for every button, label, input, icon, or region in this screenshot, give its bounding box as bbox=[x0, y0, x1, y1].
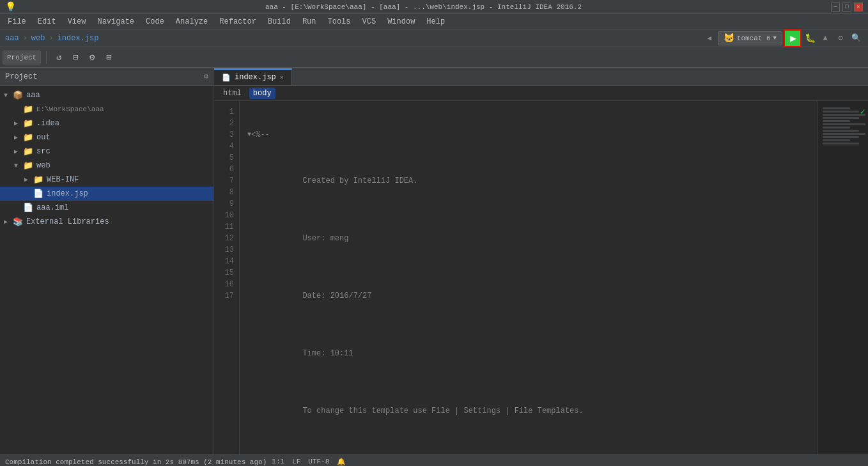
maximize-button[interactable]: □ bbox=[842, 3, 851, 12]
expand-arrow-idea[interactable]: ▶ bbox=[14, 120, 22, 127]
nav-bar: aaa › web › index.jsp ◀ 🐱 tomcat 6 ▼ ▶ 🐛… bbox=[0, 29, 868, 47]
folder-icon-src: 📁 bbox=[23, 146, 33, 157]
code-line-7: --%> bbox=[247, 451, 809, 454]
search-everywhere-icon[interactable]: 🔍 bbox=[849, 31, 863, 45]
tree-label-aaaiml: aaa.iml bbox=[36, 203, 68, 212]
expand-arrow-src[interactable]: ▶ bbox=[14, 148, 22, 155]
close-button[interactable]: ✕ bbox=[854, 3, 863, 12]
gear-icon[interactable]: ⚙ bbox=[204, 72, 208, 81]
line-num-15: 15 bbox=[214, 267, 239, 279]
tree-label-idea: .idea bbox=[36, 119, 59, 128]
code-line-2: Created by IntelliJ IDEA. bbox=[247, 164, 809, 198]
run-button[interactable]: ▶ bbox=[784, 29, 802, 47]
extlib-icon: 📚 bbox=[13, 217, 23, 227]
menu-build[interactable]: Build bbox=[263, 16, 296, 27]
line-num-13: 13 bbox=[214, 244, 239, 256]
tab-close-button[interactable]: ✕ bbox=[280, 74, 284, 81]
menu-run[interactable]: Run bbox=[297, 16, 322, 27]
separator-1 bbox=[46, 51, 47, 64]
line-num-11: 11 bbox=[214, 221, 239, 233]
run-config-selector[interactable]: 🐱 tomcat 6 ▼ bbox=[718, 31, 782, 45]
status-right: 1:1 LF UTF-8 🔔 bbox=[272, 458, 346, 466]
window-controls: — □ ✕ bbox=[831, 3, 863, 12]
line-num-2: 2 bbox=[214, 118, 239, 129]
tree-item-extlibs[interactable]: ▶ 📚 External Libraries bbox=[0, 215, 213, 229]
tree-item-src[interactable]: ▶ 📁 src bbox=[0, 144, 213, 159]
tab-indexjsp[interactable]: 📄 index.jsp ✕ bbox=[214, 68, 292, 85]
tree-label-extlibs: External Libraries bbox=[26, 217, 109, 226]
expand-icon[interactable]: ⊞ bbox=[102, 50, 116, 65]
debug-button[interactable]: 🐛 bbox=[803, 31, 817, 45]
tree-item-path[interactable]: 📁 E:\WorkSpace\aaa bbox=[0, 102, 213, 116]
tree-item-web[interactable]: ▼ 📁 web bbox=[0, 159, 213, 173]
menu-file[interactable]: File bbox=[3, 16, 31, 27]
expand-arrow-extlibs[interactable]: ▶ bbox=[4, 218, 12, 226]
cursor-position[interactable]: 1:1 bbox=[272, 458, 284, 466]
tree-label-web: web bbox=[36, 161, 50, 170]
tree-item-indexjsp[interactable]: 📄 index.jsp bbox=[0, 187, 213, 201]
settings-icon[interactable]: ⚙ bbox=[85, 50, 99, 65]
line-num-16: 16 bbox=[214, 279, 239, 290]
editor-tabs: 📄 index.jsp ✕ bbox=[214, 68, 868, 86]
line-num-1: 1 bbox=[214, 106, 239, 118]
menu-code[interactable]: Code bbox=[141, 16, 169, 27]
synchronize-icon[interactable]: ↺ bbox=[52, 50, 66, 65]
project-panel-header: Project ⚙ bbox=[0, 68, 213, 86]
expand-arrow-aaa[interactable]: ▼ bbox=[4, 92, 12, 99]
profile-icon[interactable]: ⚙ bbox=[833, 31, 848, 45]
notification-icon[interactable]: 🔔 bbox=[337, 458, 346, 466]
app-icon: 💡 bbox=[5, 1, 16, 12]
nav-file[interactable]: index.jsp bbox=[58, 34, 99, 43]
tree-item-idea[interactable]: ▶ 📁 .idea bbox=[0, 116, 213, 130]
menu-help[interactable]: Help bbox=[421, 16, 450, 27]
tree-item-aaaiml[interactable]: 📄 aaa.iml bbox=[0, 201, 213, 215]
folder-icon-out: 📁 bbox=[23, 132, 33, 143]
nav-project[interactable]: aaa bbox=[5, 34, 19, 43]
code-content[interactable]: ▼<%-- Created by IntelliJ IDEA. User: me… bbox=[240, 101, 817, 454]
menu-window[interactable]: Window bbox=[382, 16, 420, 27]
line-num-4: 4 bbox=[214, 141, 239, 152]
tree-label-out: out bbox=[36, 133, 50, 142]
breadcrumb-body[interactable]: body bbox=[249, 88, 275, 99]
tree-item-out[interactable]: ▶ 📁 out bbox=[0, 130, 213, 144]
menu-tools[interactable]: Tools bbox=[323, 16, 356, 27]
folder-icon-idea: 📁 bbox=[23, 118, 33, 128]
breadcrumb-bar: html body bbox=[214, 86, 868, 101]
window-title: aaa - [E:\WorkSpace\aaa] - [aaa] - ...\w… bbox=[16, 3, 831, 11]
menu-vcs[interactable]: VCS bbox=[357, 16, 382, 27]
nav-module[interactable]: web bbox=[31, 34, 45, 43]
tree-item-webinf[interactable]: ▶ 📁 WEB-INF bbox=[0, 173, 213, 187]
menu-navigate[interactable]: Navigate bbox=[92, 16, 139, 27]
tree-item-aaa[interactable]: ▼ 📦 aaa bbox=[0, 88, 213, 102]
line-num-6: 6 bbox=[214, 164, 239, 175]
run-config-prev-icon[interactable]: ◀ bbox=[702, 31, 717, 45]
tab-icon-jsp: 📄 bbox=[222, 74, 231, 82]
code-line-1: ▼<%-- bbox=[247, 129, 809, 141]
collapse-icon[interactable]: ⊟ bbox=[68, 50, 82, 65]
menu-view[interactable]: View bbox=[63, 16, 91, 27]
menu-refactor[interactable]: Refactor bbox=[214, 16, 261, 27]
main-layout: Project ⚙ ▼ 📦 aaa 📁 E:\WorkSpace\aaa bbox=[0, 68, 868, 454]
line-num-5: 5 bbox=[214, 152, 239, 164]
breadcrumb-html[interactable]: html bbox=[219, 88, 245, 99]
code-line-4: Date: 2016/7/27 bbox=[247, 279, 809, 313]
line-feed-indicator[interactable]: LF bbox=[292, 458, 300, 466]
expand-arrow-web[interactable]: ▼ bbox=[14, 162, 22, 169]
run-config-name: tomcat 6 bbox=[737, 35, 771, 42]
tree-label-src: src bbox=[36, 147, 50, 156]
expand-arrow-webinf[interactable]: ▶ bbox=[24, 176, 32, 183]
project-view-button[interactable]: Project bbox=[3, 50, 41, 65]
encoding-indicator[interactable]: UTF-8 bbox=[308, 458, 329, 466]
minimap: ✓ bbox=[817, 101, 868, 454]
menu-edit[interactable]: Edit bbox=[33, 16, 61, 27]
expand-arrow-out[interactable]: ▶ bbox=[14, 134, 22, 141]
minimize-button[interactable]: — bbox=[831, 3, 840, 12]
tree-label-path: E:\WorkSpace\aaa bbox=[36, 105, 104, 113]
menu-analyze[interactable]: Analyze bbox=[171, 16, 213, 27]
module-icon: 📦 bbox=[13, 90, 23, 100]
coverage-icon[interactable]: ▲ bbox=[818, 31, 832, 45]
code-editor[interactable]: 1 2 3 4 5 6 7 8 9 10 11 12 13 14 15 16 1… bbox=[214, 101, 868, 454]
tab-label-indexjsp: index.jsp bbox=[235, 73, 276, 82]
dropdown-icon: ▼ bbox=[773, 35, 777, 42]
iml-file-icon: 📄 bbox=[23, 203, 33, 213]
